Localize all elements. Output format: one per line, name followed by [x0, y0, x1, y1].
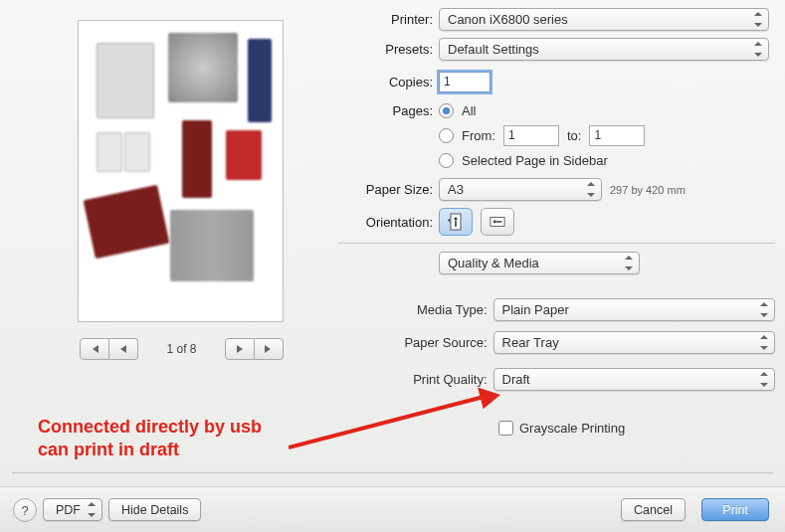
portrait-icon [448, 213, 464, 231]
print-button[interactable]: Print [701, 498, 769, 521]
prev-icon [119, 345, 127, 353]
print-quality-label: Print Quality: [358, 372, 493, 387]
svg-point-1 [454, 217, 457, 220]
pages-all-radio[interactable] [439, 103, 454, 118]
section-value: Quality & Media [448, 256, 539, 270]
print-quality-value: Draft [502, 372, 530, 387]
bottom-divider [12, 472, 773, 473]
nav-prev-button[interactable] [109, 338, 138, 360]
pages-all-label: All [462, 103, 476, 118]
media-type-label: Media Type: [358, 302, 493, 317]
media-type-value: Plain Paper [502, 302, 569, 317]
help-button[interactable]: ? [13, 498, 37, 522]
orientation-portrait-button[interactable] [439, 208, 473, 236]
preview-thumbnails [79, 21, 283, 321]
nav-next-button[interactable] [225, 338, 255, 360]
settings-form: Printer: Canon iX6800 series Presets: De… [338, 8, 775, 281]
pages-label: Pages: [338, 103, 439, 118]
pages-to-input[interactable]: 1 [589, 125, 645, 146]
pages-to-label: to: [567, 128, 581, 143]
paper-size-value: A3 [448, 182, 464, 197]
presets-select[interactable]: Default Settings [439, 38, 769, 61]
orientation-landscape-button[interactable] [481, 208, 514, 236]
nav-first-button[interactable] [80, 338, 109, 360]
pages-selected-radio[interactable] [439, 153, 454, 168]
paper-source-value: Rear Tray [502, 335, 559, 350]
orientation-label: Orientation: [338, 215, 439, 230]
print-preview [78, 20, 284, 322]
preview-nav: 1 of 8 [80, 338, 284, 360]
grayscale-checkbox[interactable] [498, 421, 513, 436]
hide-details-button[interactable]: Hide Details [108, 498, 201, 521]
printer-label: Printer: [338, 12, 439, 27]
paper-size-select[interactable]: A3 [439, 178, 602, 201]
next-icon [236, 345, 244, 353]
copies-label: Copies: [338, 75, 439, 89]
pdf-menu-button[interactable]: PDF [43, 498, 102, 521]
print-dialog: 1 of 8 Printer: Canon iX6800 series Pres… [0, 0, 785, 532]
svg-rect-2 [455, 221, 457, 227]
first-icon [90, 344, 99, 354]
pages-from-radio[interactable] [439, 128, 454, 143]
section-select[interactable]: Quality & Media [439, 252, 640, 274]
pages-from-input[interactable]: 1 [503, 125, 559, 146]
pages-selected-label: Selected Page in Sidebar [462, 153, 608, 168]
landscape-icon [490, 213, 505, 231]
copies-input[interactable]: 1 [439, 72, 491, 92]
paper-source-label: Paper Source: [358, 335, 493, 350]
pages-from-label: From: [462, 128, 495, 143]
paper-size-label: Paper Size: [338, 182, 439, 197]
paper-source-select[interactable]: Rear Tray [493, 331, 775, 354]
svg-rect-5 [496, 221, 501, 222]
svg-point-4 [493, 221, 496, 224]
media-type-select[interactable]: Plain Paper [493, 298, 775, 321]
pdf-label: PDF [56, 503, 81, 517]
grayscale-label: Grayscale Printing [519, 421, 625, 436]
presets-value: Default Settings [448, 42, 539, 57]
print-quality-select[interactable]: Draft [493, 368, 775, 391]
page-indicator: 1 of 8 [166, 342, 196, 356]
printer-select[interactable]: Canon iX6800 series [439, 8, 769, 31]
nav-last-button[interactable] [255, 338, 284, 360]
divider [338, 243, 775, 244]
last-icon [264, 344, 274, 354]
cancel-button[interactable]: Cancel [621, 498, 686, 521]
quality-media-section: Media Type: Plain Paper Paper Source: Re… [358, 298, 775, 445]
presets-label: Presets: [338, 42, 439, 57]
printer-value: Canon iX6800 series [448, 12, 568, 27]
paper-dimensions: 297 by 420 mm [610, 184, 686, 196]
help-icon: ? [21, 503, 28, 518]
